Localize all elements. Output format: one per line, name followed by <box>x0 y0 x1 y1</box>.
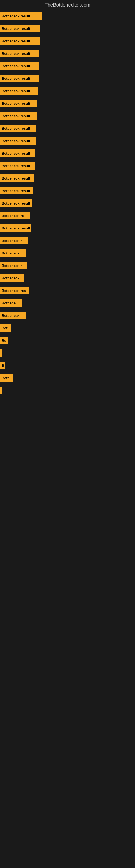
bar-label: Bottleneck result <box>2 52 30 56</box>
bar-label: Bottleneck r <box>2 239 22 243</box>
bar-label: Bottleneck result <box>2 64 30 68</box>
bottleneck-bar: Bottleneck result <box>0 37 40 45</box>
bar-row: Bottleneck result <box>0 97 135 109</box>
bar-row: Bot <box>0 322 135 334</box>
bar-row: Bottleneck result <box>0 10 135 22</box>
bar-row: Bottleneck <box>0 247 135 259</box>
bar-row: Bottleneck result <box>0 35 135 47</box>
bar-label: Bottl <box>2 376 10 380</box>
bar-row: Bottleneck result <box>0 147 135 159</box>
bar-label: Bottleneck result <box>2 27 30 31</box>
bar-row: B <box>0 360 135 371</box>
bar-label: B <box>2 364 4 368</box>
bottleneck-bar: Bottl <box>0 374 13 382</box>
bar-label: Bottleneck result <box>2 151 30 155</box>
bottleneck-bar: Bottleneck r <box>0 312 27 319</box>
bar-row: Bottleneck r <box>0 235 135 247</box>
bottleneck-bar: Bottleneck res <box>0 287 29 294</box>
bottleneck-bar: Bottleneck r <box>0 237 28 244</box>
bottleneck-bar: Bottleneck re <box>0 212 30 219</box>
bar-row: Bottleneck result <box>0 122 135 134</box>
bar-row: Bottleneck r <box>0 259 135 272</box>
bar-row: Bo <box>0 335 135 346</box>
bar-label: Bottleneck result <box>2 176 30 180</box>
bar-row: Bottleneck result <box>0 197 135 209</box>
bar-row: Bottleneck result <box>0 72 135 84</box>
bottleneck-bar: Bottleneck result <box>0 112 37 120</box>
bar-label: Bo <box>2 339 6 343</box>
bar-label: Bottleneck re <box>2 214 24 218</box>
bar-row: Bottleneck result <box>0 85 135 97</box>
bottleneck-bar: Bo <box>0 337 8 344</box>
bottleneck-bar: Bottleneck result <box>0 137 36 145</box>
bar-label: Bottleneck result <box>2 201 30 205</box>
bar-label: Bottleneck r <box>2 314 22 318</box>
bottleneck-bar: Bottleneck result <box>0 175 34 182</box>
bar-label: Bottleneck <box>2 276 19 280</box>
bottleneck-bar: Bottleneck result <box>0 87 38 95</box>
bottleneck-bar: Bottleneck result <box>0 187 34 194</box>
bar-row: Bottleneck result <box>0 160 135 172</box>
bar-label: Bot <box>2 326 8 330</box>
bar-label: Bottleneck result <box>2 164 30 168</box>
bar-row: Bottleneck result <box>0 48 135 59</box>
bar-row: Bottleneck re <box>0 210 135 222</box>
bottleneck-bar: Bottleneck <box>0 274 24 282</box>
bar-label: Bottlene <box>2 301 16 305</box>
bar-label: Bottleneck result <box>2 189 30 193</box>
bottleneck-bar: Bottleneck result <box>0 199 32 207</box>
bottleneck-bar: Bottleneck <box>0 249 26 257</box>
bottleneck-bar: Bottleneck result <box>0 62 39 70</box>
bar-row: Bottleneck result <box>0 60 135 72</box>
bar-label: Bottleneck <box>2 251 19 255</box>
bottleneck-bar <box>0 386 2 394</box>
bottleneck-bar: Bottleneck result <box>0 124 36 132</box>
bar-label: Bottleneck result <box>2 14 30 18</box>
bar-label: Bottleneck result <box>2 89 30 93</box>
bar-row: Bottl <box>0 372 135 384</box>
bar-row: Bottleneck result <box>0 110 135 122</box>
bar-label: Bottleneck result <box>2 226 30 230</box>
bar-row <box>0 384 135 396</box>
bottleneck-bar: B <box>0 362 5 369</box>
bottleneck-bar: Bottleneck result <box>0 162 35 169</box>
bottleneck-bar: Bottleneck result <box>0 25 41 32</box>
bar-label: Bottleneck r <box>2 264 22 268</box>
bar-row: Bottleneck result <box>0 185 135 197</box>
bar-label: Bottleneck result <box>2 76 30 81</box>
bar-row <box>0 347 135 359</box>
bottleneck-bar: Bottlene <box>0 299 22 307</box>
bar-label: Bottleneck result <box>2 126 30 130</box>
bar-row: Bottleneck result <box>0 222 135 234</box>
bar-row: Bottlene <box>0 297 135 309</box>
bar-row: Bottleneck r <box>0 310 135 321</box>
bar-label: Bottleneck result <box>2 139 30 143</box>
site-title: TheBottlenecker.com <box>0 0 135 10</box>
bar-label: Bottleneck res <box>2 289 26 293</box>
bar-row: Bottleneck result <box>0 172 135 184</box>
bottleneck-bar: Bottleneck result <box>0 50 39 57</box>
bottleneck-bar <box>0 349 2 357</box>
bottleneck-bar: Bottleneck result <box>0 150 35 157</box>
bar-row: Bottleneck res <box>0 284 135 297</box>
bottleneck-bar: Bottleneck result <box>0 99 37 107</box>
bar-label: Bottleneck result <box>2 101 30 105</box>
bottleneck-bar: Bottleneck result <box>0 12 42 20</box>
bar-row: Bottleneck result <box>0 135 135 147</box>
bottleneck-bar: Bottleneck result <box>0 224 31 232</box>
bar-row: Bottleneck result <box>0 23 135 34</box>
bottleneck-bar: Bot <box>0 324 11 332</box>
bottleneck-bar: Bottleneck result <box>0 74 39 82</box>
bar-row: Bottleneck <box>0 272 135 284</box>
bottleneck-bar: Bottleneck r <box>0 262 27 269</box>
bar-label: Bottleneck result <box>2 114 30 118</box>
bar-label: Bottleneck result <box>2 39 30 43</box>
